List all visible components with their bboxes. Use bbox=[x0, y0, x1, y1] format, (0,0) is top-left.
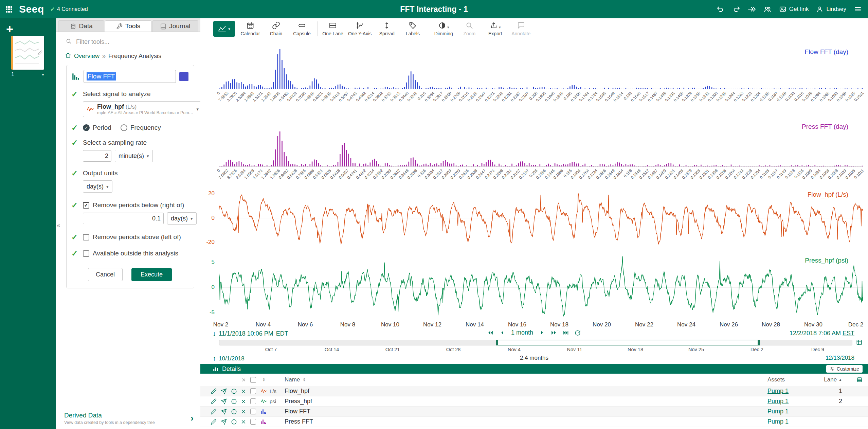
period-radio[interactable]: ✓ bbox=[83, 124, 90, 131]
flow-hpf-y-axis[interactable]: 200-20 bbox=[200, 189, 217, 252]
filter-tools-input[interactable] bbox=[75, 38, 194, 46]
edit-item-icon[interactable] bbox=[209, 409, 219, 415]
hamburger-menu-icon[interactable] bbox=[854, 5, 862, 13]
redo-icon[interactable] bbox=[732, 5, 740, 13]
item-name[interactable]: Press_hpf bbox=[285, 398, 767, 405]
toolbar-chain-button[interactable]: Chain bbox=[266, 19, 287, 38]
skip-to-end-icon[interactable] bbox=[562, 329, 569, 336]
edit-item-icon[interactable] bbox=[209, 388, 219, 394]
display-start-timezone[interactable]: EDT bbox=[276, 330, 288, 337]
customize-button[interactable]: Customize bbox=[826, 365, 863, 373]
tab-tools[interactable]: Tools bbox=[105, 20, 151, 32]
item-name[interactable]: Flow FFT bbox=[285, 408, 767, 415]
select-item-checkbox[interactable] bbox=[250, 409, 256, 414]
investigate-range-end[interactable]: 12/13/2018 bbox=[826, 355, 854, 361]
timeline-scrubber[interactable] bbox=[219, 340, 852, 345]
derived-data-section[interactable]: Derived Data View data created by tools … bbox=[56, 408, 200, 429]
fast-forward-icon[interactable] bbox=[550, 329, 557, 336]
connection-status[interactable]: ✓ 4 Connected bbox=[50, 6, 88, 13]
press-fft-bar-chart[interactable] bbox=[219, 128, 863, 167]
toolbar-capsule-button[interactable]: Capsule bbox=[291, 19, 312, 38]
details-row-press-fft[interactable]: Press FFT Pump 1 bbox=[200, 417, 868, 427]
sampling-unit-select[interactable]: minute(s) ▾ bbox=[115, 150, 153, 162]
details-row-flow-fft[interactable]: Flow FFT Pump 1 bbox=[200, 407, 868, 417]
timeline-selection[interactable] bbox=[496, 340, 760, 345]
asset-link[interactable]: Pump 1 bbox=[767, 418, 789, 425]
press-hpf-line-chart[interactable] bbox=[219, 255, 863, 320]
details-row-flow-hpf[interactable]: L/s Flow_hpf Pump 1 1 bbox=[200, 386, 868, 396]
tab-journal[interactable]: Journal bbox=[152, 20, 198, 32]
press-hpf-y-axis[interactable]: 50-5 bbox=[200, 255, 217, 320]
fast-rewind-icon[interactable] bbox=[487, 329, 494, 336]
undo-icon[interactable] bbox=[717, 5, 725, 13]
toolbar-spread-button[interactable]: Spread bbox=[376, 19, 397, 38]
toolbar-dimming-button[interactable]: ▾ Dimming bbox=[433, 19, 454, 38]
display-range-end[interactable]: 12/2/2018 7:06 AM EST bbox=[790, 330, 854, 337]
step-back-icon[interactable] bbox=[499, 329, 506, 336]
column-lane-label[interactable]: Lane bbox=[824, 376, 837, 383]
sort-icon[interactable]: ▲▼ bbox=[303, 378, 306, 381]
home-icon[interactable] bbox=[65, 52, 71, 60]
get-link-button[interactable]: Get link bbox=[779, 5, 809, 13]
flow-fft-bar-chart[interactable] bbox=[219, 46, 863, 89]
info-icon[interactable] bbox=[229, 388, 239, 394]
toolbar-one-lane-button[interactable]: One Lane bbox=[322, 19, 343, 38]
info-icon[interactable] bbox=[229, 398, 239, 405]
send-item-icon[interactable] bbox=[219, 409, 229, 415]
share-forward-icon[interactable] bbox=[748, 5, 756, 13]
edit-worksheet-icon[interactable] bbox=[37, 50, 42, 57]
remove-below-checkbox[interactable]: ✓ bbox=[83, 202, 89, 209]
remove-above-checkbox[interactable] bbox=[83, 234, 89, 240]
lane-label-press-hpf[interactable]: Press_hpf (psi) bbox=[805, 257, 848, 264]
select-item-checkbox[interactable] bbox=[250, 419, 256, 425]
column-config-icon[interactable] bbox=[846, 377, 863, 383]
column-name-label[interactable]: Name bbox=[285, 376, 300, 383]
lane-label-press-fft[interactable]: Press FFT (day) bbox=[802, 123, 848, 130]
edit-item-icon[interactable] bbox=[209, 398, 219, 405]
output-unit-select[interactable]: day(s) ▾ bbox=[83, 180, 112, 193]
display-range-start[interactable]: ↓ 11/1/2018 10:06 PM EDT bbox=[213, 330, 288, 338]
item-name[interactable]: Press FFT bbox=[285, 418, 767, 425]
remove-below-input[interactable] bbox=[83, 213, 164, 224]
sort-icon[interactable]: ▲▼ bbox=[263, 378, 266, 381]
refresh-icon[interactable] bbox=[574, 329, 581, 336]
select-item-checkbox[interactable] bbox=[250, 388, 256, 394]
lane-label-flow-hpf[interactable]: Flow_hpf (L/s) bbox=[808, 191, 848, 198]
lane-label-flow-fft[interactable]: Flow FFT (day) bbox=[805, 48, 848, 56]
execute-button[interactable]: Execute bbox=[131, 268, 172, 281]
user-menu[interactable]: Lindsey bbox=[816, 5, 846, 13]
add-worksheet-button[interactable]: + bbox=[6, 23, 13, 35]
send-item-icon[interactable] bbox=[219, 388, 229, 394]
signal-select[interactable]: Flow_hpf (L/s) mple-AF » All Areas » PI … bbox=[83, 101, 202, 117]
remove-item-icon[interactable] bbox=[239, 398, 248, 405]
available-outside-checkbox[interactable] bbox=[83, 250, 89, 257]
step-forward-icon[interactable] bbox=[539, 329, 545, 336]
cancel-button[interactable]: Cancel bbox=[88, 268, 123, 281]
toolbar-one-y-axis-button[interactable]: One Y-Axis bbox=[348, 19, 372, 38]
frequency-radio[interactable] bbox=[121, 124, 127, 131]
tab-data[interactable]: Data bbox=[58, 20, 104, 32]
info-icon[interactable] bbox=[229, 409, 239, 415]
select-all-checkbox[interactable] bbox=[250, 377, 256, 383]
worksheet-thumbnail[interactable] bbox=[11, 36, 44, 70]
trend-chart-area[interactable]: 07.58523.79262.52841.89631.51711.26421.0… bbox=[200, 39, 868, 329]
timeline-options-icon[interactable] bbox=[856, 339, 863, 347]
column-assets-label[interactable]: Assets bbox=[767, 376, 822, 383]
color-swatch-button[interactable] bbox=[179, 72, 188, 81]
remove-item-icon[interactable] bbox=[239, 409, 248, 415]
breadcrumb-overview[interactable]: Overview bbox=[74, 53, 100, 60]
below-unit-select[interactable]: day(s) ▾ bbox=[167, 212, 197, 225]
collapse-rail-icon[interactable]: « bbox=[57, 221, 60, 229]
send-item-icon[interactable] bbox=[219, 419, 229, 425]
range-step-label[interactable]: 1 month bbox=[511, 329, 533, 336]
asset-link[interactable]: Pump 1 bbox=[767, 398, 789, 405]
select-item-checkbox[interactable] bbox=[250, 398, 256, 404]
edit-item-icon[interactable] bbox=[209, 419, 219, 425]
app-launcher-icon[interactable] bbox=[5, 5, 13, 13]
flow-hpf-line-chart[interactable] bbox=[219, 189, 863, 252]
toolbar-calendar-button[interactable]: Calendar bbox=[240, 19, 261, 38]
asset-link[interactable]: Pump 1 bbox=[767, 408, 789, 415]
result-name-input[interactable]: Flow FFT bbox=[84, 70, 176, 83]
remove-all-icon[interactable] bbox=[239, 377, 248, 382]
info-icon[interactable] bbox=[229, 419, 239, 425]
